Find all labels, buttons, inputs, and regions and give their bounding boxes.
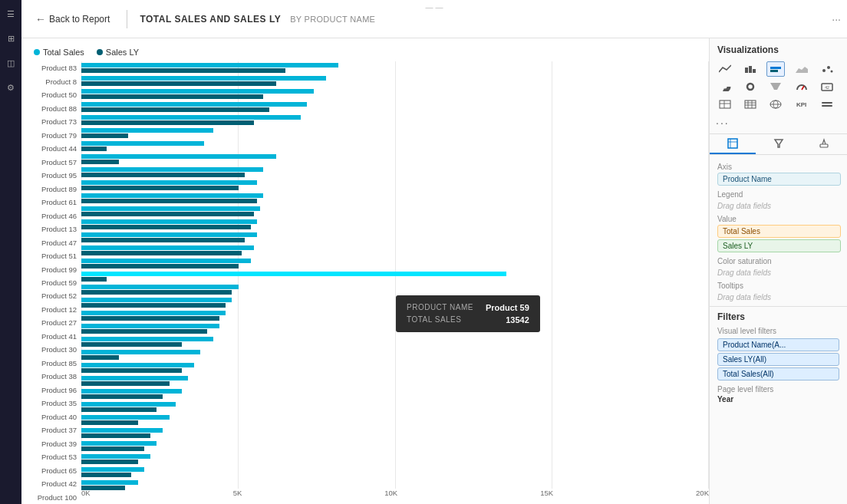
chart-container: Total Sales Sales LY Product 83Product 8… (21, 38, 709, 504)
svg-point-9 (721, 83, 729, 91)
bar-group-3[interactable] (81, 100, 709, 114)
svg-rect-1 (749, 66, 752, 73)
chart-sub-title: BY PRODUCT NAME (290, 15, 375, 24)
bar-group-11[interactable] (81, 205, 709, 218)
bar-group-8[interactable] (81, 166, 709, 179)
tab-fields[interactable] (710, 134, 756, 154)
bar-group-6[interactable] (81, 140, 709, 153)
viz-icon-pie[interactable] (716, 79, 734, 94)
svg-rect-4 (770, 70, 778, 72)
viz-icon-donut[interactable] (741, 79, 760, 94)
nav-icon-home[interactable]: ⊞ (3, 31, 18, 46)
y-label-4: Product 73 (28, 115, 81, 128)
viz-icon-bar[interactable] (741, 61, 760, 77)
bar-group-0[interactable] (81, 61, 709, 74)
y-label-31: Product 42 (28, 477, 81, 490)
viz-icon-stacked-bar[interactable] (766, 61, 785, 77)
bars-area: 0K 5K 10K 15K 20K PRODUCT NAME Product 5… (81, 61, 709, 504)
svg-marker-11 (770, 83, 781, 90)
y-label-26: Product 40 (28, 410, 81, 423)
legend-sales-ly: Sales LY (97, 48, 139, 57)
bar-group-2[interactable] (81, 87, 709, 100)
filter-total-sales[interactable]: Total Sales(All) (717, 367, 839, 380)
filter-sales-ly[interactable]: Sales LY(All) (717, 353, 839, 366)
y-label-8: Product 95 (28, 169, 81, 182)
viz-icon-more[interactable]: ··· (710, 115, 847, 130)
bar-group-28[interactable] (81, 427, 709, 440)
tab-format[interactable] (801, 134, 847, 154)
viz-icon-slicer[interactable] (818, 97, 836, 112)
viz-icon-line[interactable] (716, 61, 734, 77)
bar-group-5[interactable] (81, 127, 709, 140)
svg-rect-2 (753, 69, 756, 73)
bar-group-4[interactable] (81, 114, 709, 127)
chart-area: Total Sales Sales LY Product 83Product 8… (21, 38, 847, 504)
value-sales-ly[interactable]: Sales LY (717, 239, 841, 252)
bar-group-1[interactable] (81, 74, 709, 87)
bar-group-24[interactable] (81, 374, 709, 387)
viz-icon-funnel[interactable] (766, 79, 785, 94)
x-label-5k: 5K (233, 489, 242, 504)
svg-line-12 (802, 86, 804, 90)
bar-group-26[interactable] (81, 400, 709, 413)
nav-icon-layout[interactable]: ◫ (3, 55, 18, 71)
bars-wrapper: Product 83Product 8Product 50Product 88P… (28, 61, 709, 504)
nav-icon-menu[interactable]: ☰ (3, 6, 18, 21)
bar-group-16[interactable] (81, 270, 709, 283)
bar-group-10[interactable] (81, 192, 709, 205)
bar-group-20[interactable] (81, 322, 709, 335)
viz-icon-map[interactable] (766, 97, 785, 112)
bar-group-15[interactable] (81, 257, 709, 270)
y-label-10: Product 61 (28, 196, 81, 209)
value-total-sales[interactable]: Total Sales (717, 225, 841, 238)
bar-group-17[interactable] (81, 283, 709, 296)
viz-icon-table[interactable] (716, 97, 734, 112)
viz-icons-grid: 42 KPI (710, 58, 847, 115)
viz-icon-matrix[interactable] (741, 97, 760, 112)
tooltips-placeholder: Drag data fields (717, 292, 841, 303)
bar-group-21[interactable] (81, 335, 709, 348)
bar-group-13[interactable] (81, 231, 709, 244)
bar-group-14[interactable] (81, 244, 709, 257)
bar-group-9[interactable] (81, 179, 709, 192)
axis-value[interactable]: Product Name (717, 173, 841, 186)
chart-main-title: TOTAL SALES AND SALES LY (140, 14, 281, 25)
viz-icon-gauge[interactable] (793, 79, 811, 94)
bar-group-29[interactable] (81, 440, 709, 453)
viz-icon-kpi[interactable]: KPI (793, 97, 811, 112)
bar-group-23[interactable] (81, 361, 709, 374)
svg-rect-3 (770, 67, 781, 69)
tab-filter[interactable] (756, 134, 802, 154)
bar-group-18[interactable] (81, 296, 709, 309)
chart-legend: Total Sales Sales LY (28, 44, 709, 61)
viz-icon-scatter[interactable] (818, 61, 836, 77)
back-to-report-button[interactable]: ← Back to Report (31, 10, 114, 28)
bar-group-27[interactable] (81, 413, 709, 427)
axis-label: Axis (717, 163, 841, 171)
page-filter-year[interactable]: Year (717, 395, 839, 404)
bar-group-31[interactable] (81, 466, 709, 479)
bar-group-7[interactable] (81, 153, 709, 166)
svg-rect-29 (728, 139, 737, 148)
bar-group-25[interactable] (81, 387, 709, 400)
y-label-5: Product 79 (28, 128, 81, 141)
right-panel: Visualizations (709, 38, 847, 504)
bar-group-22[interactable] (81, 348, 709, 361)
panel-tabs (710, 133, 847, 155)
legend-dot-sales-ly (97, 49, 103, 55)
viz-icon-area[interactable] (793, 61, 811, 77)
bar-group-19[interactable] (81, 309, 709, 322)
bar-group-30[interactable] (81, 453, 709, 466)
legend-label-total-sales: Total Sales (43, 48, 84, 57)
y-label-15: Product 99 (28, 262, 81, 275)
svg-point-10 (747, 84, 753, 90)
viz-icon-card[interactable]: 42 (818, 79, 836, 94)
chart-header: — — ← Back to Report TOTAL SALES AND SAL… (21, 0, 847, 38)
filters-section: Filters Visual level filters Product Nam… (710, 306, 847, 408)
filter-product-name[interactable]: Product Name(A... (717, 338, 839, 351)
bar-group-12[interactable] (81, 218, 709, 231)
svg-marker-32 (775, 140, 783, 147)
more-options-button[interactable]: ··· (832, 13, 841, 25)
nav-icon-settings[interactable]: ⚙ (3, 80, 18, 95)
x-label-10k: 10K (384, 489, 397, 504)
